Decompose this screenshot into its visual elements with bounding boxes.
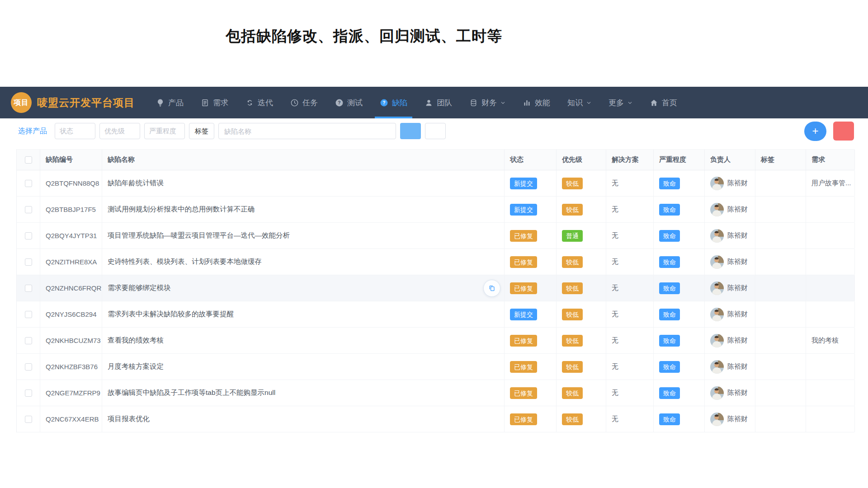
question-circle-icon: ? — [380, 99, 388, 107]
column-header: 缺陷名称 — [102, 150, 505, 170]
status-badge: 已修复 — [510, 282, 537, 294]
select-all-checkbox[interactable] — [25, 156, 32, 164]
nav-item-label: 缺陷 — [392, 98, 407, 108]
table-row[interactable]: Q2NGE7MZFRP9故事编辑页中缺陷及子工作项等tab页上不能购显示null… — [17, 380, 854, 406]
row-checkbox[interactable] — [25, 389, 32, 397]
status-badge: 新提交 — [510, 204, 537, 216]
table-row[interactable]: Q2NKHBCUZM73查看我的绩效考核已修复较低无致命陈裕财我的考核 — [17, 328, 854, 354]
defect-name: 需求要能够绑定模块 — [108, 283, 171, 293]
owner-cell: 陈裕财 — [705, 301, 755, 327]
avatar — [710, 308, 724, 321]
svg-text:?: ? — [338, 100, 340, 105]
row-checkbox[interactable] — [25, 258, 32, 266]
add-defect-button[interactable]: + — [804, 122, 826, 141]
nav-item-label: 更多 — [609, 98, 624, 108]
nav-item-knowledge[interactable]: 知识 — [559, 87, 600, 118]
status-badge: 已修复 — [510, 256, 537, 268]
solution-cell: 无 — [606, 249, 654, 275]
select-product-button[interactable]: 选择产品 — [15, 127, 47, 136]
priority-badge: 较低 — [562, 178, 583, 189]
defect-name-cell: 月度考核方案设定 — [102, 354, 505, 380]
project-logo[interactable]: 项目 — [11, 92, 32, 113]
row-checkbox[interactable] — [25, 285, 32, 292]
nav-item-requirements[interactable]: 需求 — [192, 87, 237, 118]
nav-item-team[interactable]: 团队 — [416, 87, 461, 118]
defect-id-cell: Q2NGE7MZFRP9 — [40, 380, 102, 406]
defect-name-input[interactable] — [218, 123, 396, 139]
page-root: 包括缺陷修改、指派、回归测试、工时等 项目 唛盟云开发平台项目 产品需求迭代任务… — [0, 0, 868, 488]
table-row[interactable]: Q2BTBBJP17F5测试用例规划分析报表中的总用例数计算不正确新提交较低无致… — [17, 197, 854, 223]
table-row[interactable]: Q2NKHZBF3B76月度考核方案设定已修复较低无致命陈裕财 — [17, 354, 854, 380]
nav-item-label: 知识 — [567, 98, 583, 108]
delete-button[interactable] — [833, 122, 854, 141]
iteration-icon — [245, 99, 254, 107]
table-row[interactable]: Q2BQY4JYTP31项目管理系统缺陷—唛盟云项目管理平台—迭代—效能分析已修… — [17, 223, 854, 249]
row-checkbox[interactable] — [25, 416, 32, 423]
defect-id: Q2NGE7MZFRP9 — [46, 389, 100, 397]
tag-filter-button[interactable]: 标签 — [189, 123, 214, 139]
row-checkbox[interactable] — [25, 180, 32, 187]
nav-item-more[interactable]: 更多 — [600, 87, 641, 118]
nav-item-product[interactable]: 产品 — [147, 87, 192, 118]
row-checkbox[interactable] — [25, 311, 32, 318]
owner-cell: 陈裕财 — [705, 249, 755, 275]
avatar — [710, 203, 724, 216]
brand: 项目 唛盟云开发平台项目 — [11, 92, 135, 113]
nav-item-finance[interactable]: 财务 — [461, 87, 514, 118]
status-badge: 新提交 — [510, 178, 537, 189]
defect-id-cell: Q2BQY4JYTP31 — [40, 223, 102, 249]
defect-table: 缺陷编号缺陷名称状态优先级解决方案严重程度负责人标签需求 Q2BTQFNN88Q… — [16, 149, 854, 432]
severity-cell: 致命 — [654, 328, 705, 353]
requirement-cell: 用户故事管... — [806, 170, 855, 196]
priority-filter-select[interactable]: 优先级 — [99, 123, 140, 139]
requirement-text: 我的考核 — [811, 336, 839, 345]
owner-name: 陈裕财 — [727, 179, 748, 188]
nav-item-home[interactable]: 首页 — [641, 87, 686, 118]
defect-id: Q2NYJS6CB294 — [46, 310, 97, 318]
severity-badge: 致命 — [659, 387, 680, 399]
row-checkbox[interactable] — [25, 337, 32, 344]
clock-icon — [290, 99, 299, 107]
nav-item-performance[interactable]: 效能 — [514, 87, 559, 118]
owner-name: 陈裕财 — [727, 415, 748, 423]
column-header: 缺陷编号 — [40, 150, 102, 170]
status-filter-select[interactable]: 状态 — [55, 123, 95, 139]
table-row[interactable]: Q2BTQFNN88Q8缺陷年龄统计错误新提交较低无致命陈裕财用户故事管... — [17, 170, 854, 197]
more-filters-button[interactable] — [425, 123, 446, 139]
nav-item-tasks[interactable]: 任务 — [282, 87, 326, 118]
solution-text: 无 — [612, 415, 618, 423]
row-checkbox[interactable] — [25, 363, 32, 371]
owner-name: 陈裕财 — [727, 231, 748, 240]
severity-filter-select[interactable]: 严重程度 — [144, 123, 185, 139]
copy-button[interactable] — [483, 280, 500, 297]
defect-id-cell: Q2BTBBJP17F5 — [40, 197, 102, 222]
solution-cell: 无 — [606, 170, 654, 196]
search-button[interactable] — [400, 123, 421, 139]
nav-item-defects[interactable]: ?缺陷 — [371, 87, 416, 118]
severity-cell: 致命 — [654, 197, 705, 222]
nav-item-label: 效能 — [535, 98, 550, 108]
row-checkbox-cell — [17, 328, 40, 353]
table-row[interactable]: Q2NZHNC6FRQR需求要能够绑定模块已修复较低无致命陈裕财 — [17, 275, 854, 301]
defect-name-cell: 史诗特性列表、模块列表、计划列表要本地做缓存 — [102, 249, 505, 275]
owner-name: 陈裕财 — [727, 258, 748, 266]
owner-cell: 陈裕财 — [705, 275, 755, 301]
status-cell: 已修复 — [505, 275, 557, 301]
row-checkbox[interactable] — [25, 232, 32, 239]
row-checkbox-cell — [17, 301, 40, 327]
nav-item-iterations[interactable]: 迭代 — [237, 87, 282, 118]
avatar — [710, 255, 724, 269]
nav-item-label: 任务 — [302, 98, 318, 108]
solution-text: 无 — [612, 336, 618, 345]
row-checkbox[interactable] — [25, 206, 32, 213]
avatar — [710, 334, 724, 347]
defect-name-cell: 需求列表中未解决缺陷较多的故事要提醒 — [102, 301, 505, 327]
defect-name-cell: 缺陷年龄统计错误 — [102, 170, 505, 196]
table-row[interactable]: Q2NC67XX4ERB项目报表优化已修复较低无致命陈裕财 — [17, 406, 854, 432]
nav-item-tests[interactable]: ?测试 — [326, 87, 371, 118]
solution-text: 无 — [612, 310, 618, 319]
defect-name: 项目管理系统缺陷—唛盟云项目管理平台—迭代—效能分析 — [108, 231, 290, 240]
solution-text: 无 — [612, 362, 618, 371]
table-row[interactable]: Q2NYJS6CB294需求列表中未解决缺陷较多的故事要提醒新提交较低无致命陈裕… — [17, 301, 854, 328]
table-row[interactable]: Q2NZITHRE8XA史诗特性列表、模块列表、计划列表要本地做缓存已修复较低无… — [17, 249, 854, 275]
